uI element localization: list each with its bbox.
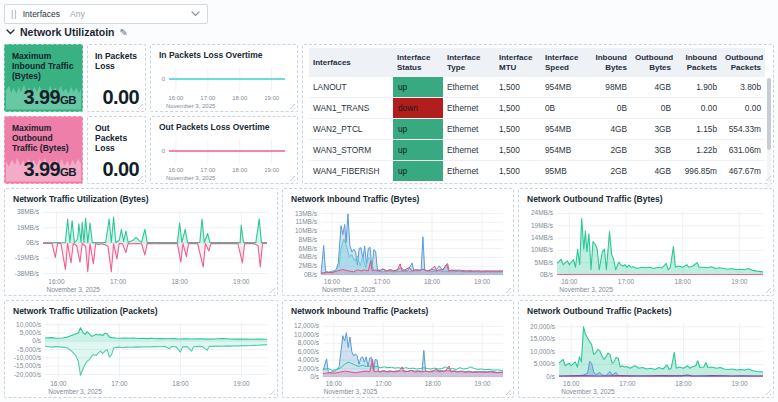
svg-text:18:00: 18:00: [424, 278, 441, 285]
cell-in_bytes: 2GB: [589, 161, 631, 182]
status-badge: up: [393, 119, 443, 139]
svg-text:6MB/s: 6MB/s: [299, 245, 318, 252]
svg-text:2,000/s: 2,000/s: [298, 365, 320, 372]
svg-text:12,000/s: 12,000/s: [294, 322, 320, 329]
panel-title[interactable]: Network Traffic Utilization (Packets): [13, 306, 158, 316]
variable-value: Any: [70, 9, 191, 19]
column-header-name[interactable]: Interfaces: [309, 48, 393, 77]
svg-text:18:00: 18:00: [675, 278, 692, 285]
cell-status: up: [393, 140, 443, 161]
section-title[interactable]: Network Utilizatoin: [20, 26, 115, 38]
table-row[interactable]: WAN3_STORMupEthernet1,500954MB2GB3GB1.22…: [309, 140, 765, 161]
table-row[interactable]: LANOUTupEthernet1,500954MB98MB4GB1.90b3.…: [309, 77, 765, 98]
cell-speed: 954MB: [541, 119, 589, 140]
kpi-title: In Packets Loss: [95, 51, 142, 71]
svg-text:November 3, 2025: November 3, 2025: [559, 286, 613, 293]
section-collapse-icon[interactable]: [6, 29, 15, 35]
cell-out_bytes: 0B: [631, 98, 675, 119]
time-series-chart[interactable]: 12,000/s10,000/s8,000/s6,000/s4,000/s2,0…: [285, 317, 511, 395]
time-series-chart[interactable]: 016:00November 3, 202517:0018:0019:00: [153, 61, 295, 109]
svg-text:18:00: 18:00: [171, 278, 188, 285]
svg-text:0B/s: 0B/s: [26, 239, 40, 246]
column-header-type[interactable]: Interface Type: [443, 48, 495, 77]
column-header-out_packets[interactable]: Outbound Packets: [721, 48, 765, 77]
cell-in_bytes: 98MB: [589, 77, 631, 98]
table-row[interactable]: WAN1_TRANSdownEthernet1,5000B0B0B0.000.0…: [309, 98, 765, 119]
time-series-chart[interactable]: 016:00November 3, 202517:0018:0019:00: [153, 133, 295, 181]
cell-out_packets: 554.33m: [721, 119, 765, 140]
cell-name: WAN2_PTCL: [309, 119, 393, 140]
time-series-chart[interactable]: 20,000/s15,000/s10,000/s5,000/s0/s16:00N…: [521, 317, 771, 395]
column-header-speed[interactable]: Interface Speed: [541, 48, 589, 77]
svg-text:19:00: 19:00: [233, 278, 250, 285]
cell-mtu: 1,500: [495, 161, 541, 182]
panel-title[interactable]: Network Traffic Utilization (Bytes): [13, 194, 149, 204]
time-series-chart[interactable]: 24MB/s19MB/s14MB/s10MB/s5MB/s0B/s16:00No…: [521, 205, 771, 293]
panel-title[interactable]: Network Inbound Traffic (Packets): [291, 306, 428, 316]
svg-text:19:00: 19:00: [474, 380, 491, 387]
panel-title[interactable]: Out Packets Loss Overtime: [159, 122, 270, 132]
status-badge: down: [393, 98, 443, 118]
table-scrollbar-thumb[interactable]: [767, 78, 771, 150]
edit-pencil-icon[interactable]: ✎: [120, 27, 128, 38]
svg-text:19:00: 19:00: [474, 278, 491, 285]
kpi-value: 3.99GB: [23, 86, 76, 109]
time-series-chart[interactable]: 10,000/s5,000/s0/s-5,000/s-10,000/s-15,0…: [7, 317, 275, 395]
time-series-chart[interactable]: 13MB/s11MB/s10MB/s8MB/s6MB/s4MB/s2MB/s0B…: [285, 205, 511, 293]
svg-text:19:00: 19:00: [233, 380, 250, 387]
cell-in_bytes: 4GB: [589, 119, 631, 140]
svg-text:16:00: 16:00: [563, 380, 580, 387]
panel-title[interactable]: In Packets Loss Overtime: [159, 50, 262, 60]
cell-mtu: 1,500: [495, 119, 541, 140]
svg-text:16:00: 16:00: [324, 278, 341, 285]
svg-text:4,000/s: 4,000/s: [298, 356, 320, 363]
svg-text:10MB/s: 10MB/s: [531, 246, 554, 253]
cell-in_bytes: 2GB: [589, 140, 631, 161]
panel-title[interactable]: Network Outbound Traffic (Packets): [527, 306, 672, 316]
status-badge: up: [393, 161, 443, 181]
svg-text:18:00: 18:00: [172, 380, 189, 387]
kpi-value: 0.00: [102, 158, 139, 181]
cell-speed: 95MB: [541, 161, 589, 182]
cell-status: up: [393, 161, 443, 182]
column-header-in_bytes[interactable]: Inbound Bytes: [589, 48, 631, 77]
time-series-chart[interactable]: 38MB/s19MB/s0B/s-19MB/s-38MB/s16:00Novem…: [7, 205, 275, 293]
variable-label: Interfaces: [23, 9, 70, 19]
column-header-mtu[interactable]: Interface MTU: [495, 48, 541, 77]
cell-status: down: [393, 98, 443, 119]
svg-text:-5,000/s: -5,000/s: [18, 346, 42, 353]
panel-network-inbound-traffic-packets: Network Inbound Traffic (Packets) 12,000…: [282, 300, 514, 398]
table-row[interactable]: WAN2_PTCLupEthernet1,500954MB4GB3GB1.15b…: [309, 119, 765, 140]
drag-handle-icon[interactable]: ||: [5, 9, 23, 19]
cell-out_packets: 3.80b: [721, 77, 765, 98]
panel-max-outbound-traffic: Maximum Outbound Traffic (Bytes) 3.99GB: [4, 116, 83, 184]
svg-text:19:00: 19:00: [264, 95, 280, 101]
svg-text:0/s: 0/s: [546, 373, 555, 380]
chevron-down-icon: [191, 11, 200, 17]
interfaces-table[interactable]: InterfacesInterface StatusInterface Type…: [309, 48, 765, 181]
svg-text:18:00: 18:00: [675, 380, 692, 387]
cell-name: WAN3_STORM: [309, 140, 393, 161]
interfaces-table-body: LANOUTupEthernet1,500954MB98MB4GB1.90b3.…: [309, 77, 765, 181]
cell-status: up: [393, 77, 443, 98]
svg-text:November 3, 2025: November 3, 2025: [48, 388, 102, 395]
svg-text:17:00: 17:00: [619, 380, 636, 387]
interfaces-variable-select[interactable]: || Interfaces Any: [4, 4, 208, 24]
cell-mtu: 1,500: [495, 140, 541, 161]
cell-type: Ethernet: [443, 119, 495, 140]
svg-text:10,000/s: 10,000/s: [16, 321, 42, 328]
kpi-title: Out Packets Loss: [95, 123, 142, 153]
column-header-in_packets[interactable]: Inbound Packets: [675, 48, 721, 77]
panel-title[interactable]: Network Inbound Traffic (Bytes): [291, 194, 419, 204]
svg-text:-19MB/s: -19MB/s: [15, 254, 40, 261]
panel-title[interactable]: Network Outbound Traffic (Bytes): [527, 194, 663, 204]
table-row[interactable]: WAN4_FIBERISHupEthernet1,50095MB2GB4GB99…: [309, 161, 765, 182]
cell-in_packets: 996.85m: [675, 161, 721, 182]
column-header-out_bytes[interactable]: Outbound Bytes: [631, 48, 675, 77]
svg-text:16:00: 16:00: [561, 278, 578, 285]
svg-text:10,000/s: 10,000/s: [530, 348, 556, 355]
svg-text:17:00: 17:00: [200, 167, 216, 173]
interfaces-table-head-row: InterfacesInterface StatusInterface Type…: [309, 48, 765, 77]
cell-type: Ethernet: [443, 140, 495, 161]
column-header-status[interactable]: Interface Status: [393, 48, 443, 77]
